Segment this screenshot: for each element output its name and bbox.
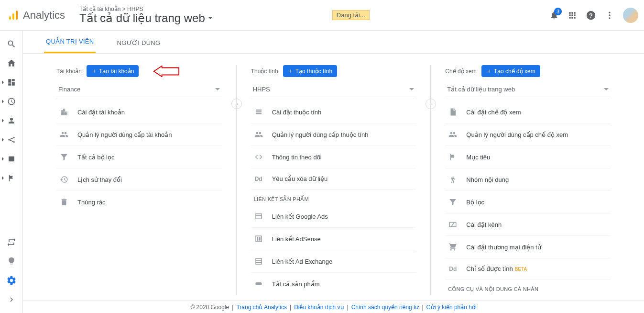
code-icon [254, 153, 263, 161]
view-selected-label: Tất cả dữ liệu trang web [447, 86, 515, 93]
nav-admin[interactable] [0, 271, 23, 290]
caret-right-icon [2, 176, 4, 180]
more-button[interactable] [605, 11, 614, 20]
account-column: Tài khoản ＋Tạo tài khoản Finance → Cài đ… [42, 65, 236, 295]
funnel-icon [59, 153, 69, 161]
help-icon: ? [586, 10, 596, 21]
svg-rect-17 [256, 258, 262, 264]
nav-acquisition[interactable] [0, 130, 23, 149]
view-selector[interactable]: Tất cả dữ liệu trang web [445, 82, 611, 97]
create-property-label: Tạo thuộc tính [295, 68, 332, 75]
nav-realtime[interactable] [0, 92, 23, 111]
account-column-title: Tài khoản [56, 68, 82, 75]
search-icon [7, 39, 16, 49]
property-selector[interactable]: HHPS [251, 82, 416, 97]
nav-search[interactable] [0, 34, 23, 54]
svg-rect-1 [12, 13, 14, 20]
link-google-ads-item[interactable]: Liên kết Google Ads [251, 205, 416, 228]
annotation-arrow-icon [153, 66, 180, 77]
property-delete-item[interactable]: DdYêu cầu xóa dữ liệu [251, 168, 416, 190]
personal-tools-header: CÔNG CỤ VÀ NỘI DUNG CÁ NHÂN [445, 279, 611, 295]
svg-rect-14 [256, 236, 262, 242]
notification-badge: 3 [554, 8, 562, 15]
property-settings-item[interactable]: Cài đặt thuộc tính [251, 101, 416, 123]
document-icon [448, 108, 458, 116]
item-label: Thông tin theo dõi [272, 154, 322, 161]
account-selector[interactable]: Finance [56, 82, 222, 97]
create-account-button[interactable]: ＋Tạo tài khoản [87, 65, 139, 77]
account-history-item[interactable]: Lịch sử thay đổi [56, 168, 222, 191]
view-channel-settings-item[interactable]: Cài đặt kênh [445, 213, 611, 236]
view-column-title: Chế độ xem [445, 68, 476, 75]
dashboard-icon [7, 78, 16, 87]
link-all-products-item[interactable]: Tất cả sản phẩm [251, 273, 416, 295]
property-users-item[interactable]: Quản lý người dùng cấp thuộc tính [251, 123, 416, 146]
account-users-item[interactable]: Quản lý người dùng cấp tài khoản [56, 123, 222, 146]
footer-terms-link[interactable]: Điều khoản dịch vụ [294, 304, 344, 311]
tab-user[interactable]: NGƯỜI DÙNG [115, 39, 162, 53]
person-icon [7, 116, 16, 125]
nav-home[interactable] [0, 54, 23, 73]
avatar[interactable] [623, 8, 638, 23]
dd-icon: Dd [448, 266, 458, 272]
property-column: Thuộc tính ＋Tạo thuộc tính HHPS → Cài đặ… [236, 65, 431, 295]
create-view-button[interactable]: ＋Tạo chế độ xem [481, 65, 540, 77]
svg-rect-15 [257, 237, 258, 241]
item-label: Nhóm nội dung [466, 176, 509, 183]
notifications-button[interactable]: 3 [549, 11, 559, 20]
account-filters-item[interactable]: Tất cả bộ lọc [56, 146, 222, 168]
nav-collapse[interactable] [0, 290, 23, 309]
loading-indicator: Đang tải... [332, 10, 370, 20]
nav-attribution[interactable] [0, 233, 23, 252]
item-label: Liên kết AdSense [272, 235, 321, 243]
account-picker[interactable]: Tất cả tài khoản > HHPS Tất cả dữ liệu t… [79, 6, 213, 25]
nav-discover[interactable] [0, 252, 23, 271]
item-label: Lịch sử thay đổi [77, 176, 122, 183]
nav-customization[interactable] [0, 73, 23, 92]
account-trash-item[interactable]: Thùng rác [56, 191, 222, 213]
item-label: Quản lý người dùng cấp tài khoản [77, 131, 172, 138]
nav-audience[interactable] [0, 111, 23, 130]
view-ecommerce-item[interactable]: Cài đặt thương mại điện tử [445, 236, 611, 258]
footer-feedback-link[interactable]: Gửi ý kiến phản hồi [426, 304, 477, 311]
svg-point-7 [609, 17, 610, 19]
exchange-icon [254, 257, 263, 266]
link-adsense-item[interactable]: Liên kết AdSense [251, 228, 416, 250]
home-icon [7, 58, 16, 68]
more-vert-icon [605, 11, 614, 20]
nav-conversions[interactable] [0, 168, 23, 188]
link-adexchange-item[interactable]: Liên kết Ad Exchange [251, 250, 416, 273]
people-icon [254, 130, 263, 139]
dd-icon: Dd [254, 176, 263, 182]
create-property-button[interactable]: ＋Tạo thuộc tính [283, 65, 337, 77]
view-goals-item[interactable]: Mục tiêu [445, 146, 611, 168]
view-content-grouping-item[interactable]: Nhóm nội dung [445, 168, 611, 191]
svg-text:?: ? [589, 11, 593, 19]
caret-down-icon [409, 88, 414, 90]
apps-button[interactable] [568, 11, 577, 20]
property-tracking-item[interactable]: Thông tin theo dõi [251, 146, 416, 168]
run-icon [448, 175, 458, 184]
footer-home-link[interactable]: Trang chủ Analytics [236, 304, 287, 311]
view-calculated-metrics-item[interactable]: DdChỉ số được tínhBETA [445, 258, 611, 279]
swap-icon [7, 237, 16, 247]
building-icon [59, 108, 69, 116]
footer-privacy-link[interactable]: Chính sách quyền riêng tư [351, 304, 419, 311]
view-title-text: Tất cả dữ liệu trang web [79, 11, 205, 25]
link-icon [254, 279, 263, 288]
logo-block[interactable]: Analytics [8, 9, 65, 22]
caret-right-icon [2, 100, 4, 103]
item-label: Tất cả sản phẩm [272, 280, 320, 288]
view-settings-item[interactable]: Cài đặt chế độ xem [445, 101, 611, 123]
product-name: Analytics [23, 9, 65, 22]
svg-rect-20 [255, 282, 262, 285]
account-settings-item[interactable]: Cài đặt tài khoản [56, 101, 222, 123]
view-filters-item[interactable]: Bộ lọc [445, 191, 611, 213]
help-button[interactable]: ? [586, 10, 596, 21]
svg-point-10 [13, 141, 14, 143]
view-users-item[interactable]: Quản lý người dùng cấp chế độ xem [445, 123, 611, 146]
tab-admin[interactable]: QUẢN TRỊ VIÊN [44, 38, 96, 53]
item-label: Cài đặt thương mại điện tử [466, 244, 541, 251]
apps-grid-icon [568, 11, 577, 20]
nav-behavior[interactable] [0, 149, 23, 168]
